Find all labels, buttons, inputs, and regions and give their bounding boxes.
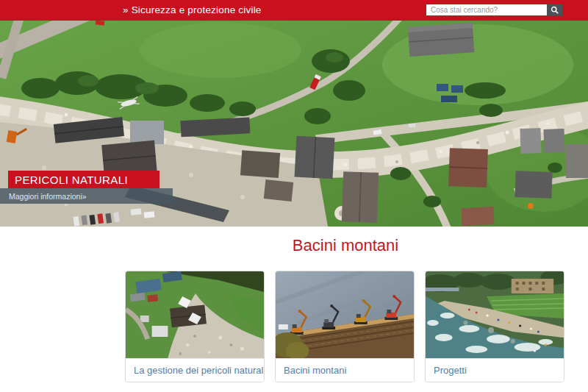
aerial-village-mudflow-thumbnail xyxy=(126,271,264,358)
card-gestione-pericoli-naturali[interactable]: La gestione dei pericoli naturali xyxy=(125,271,265,382)
card-progetti[interactable]: Progetti xyxy=(425,271,564,382)
section-title: Bacini montani xyxy=(293,236,398,254)
teaser-cards-row: La gestione dei pericoli naturali xyxy=(125,271,564,382)
search-button[interactable] xyxy=(547,4,562,15)
hero-banner-link[interactable]: Maggiori informazioni» xyxy=(9,192,87,201)
magnifier-icon xyxy=(551,6,559,14)
hero-banner-title: PERICOLI NATURALI xyxy=(15,174,128,186)
river-rapids-park-thumbnail xyxy=(426,271,564,358)
site-section-link[interactable]: » Sicurezza e protezione civile xyxy=(123,0,262,21)
search-box xyxy=(426,4,562,15)
search-input[interactable] xyxy=(426,4,547,15)
hero-banner-link-bar[interactable]: Maggiori informazioni» xyxy=(0,188,173,204)
card-bacini-montani[interactable]: Bacini montani xyxy=(275,271,415,382)
hero-banner-title-box: PERICOLI NATURALI xyxy=(8,171,159,188)
card-label[interactable]: Progetti xyxy=(434,365,467,376)
top-navigation-bar: » Sicurezza e protezione civile xyxy=(0,0,588,21)
card-label[interactable]: La gestione dei pericoli naturali xyxy=(134,365,265,376)
card-label[interactable]: Bacini montani xyxy=(284,365,346,376)
card-label-bar[interactable]: Bacini montani xyxy=(276,358,414,382)
card-label-bar[interactable]: La gestione dei pericoli naturali xyxy=(126,358,264,382)
hero-image-region: PERICOLI NATURALI Maggiori informazioni» xyxy=(0,21,588,227)
card-label-bar[interactable]: Progetti xyxy=(426,358,564,382)
section-title-row: Bacini montani xyxy=(0,236,588,255)
excavators-on-check-dam-thumbnail xyxy=(276,271,414,358)
hero-banner: PERICOLI NATURALI Maggiori informazioni» xyxy=(0,171,588,204)
